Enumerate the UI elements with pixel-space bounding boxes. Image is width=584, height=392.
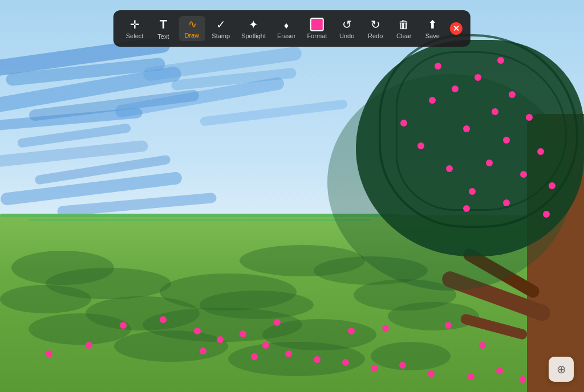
canvas-background[interactable]	[0, 0, 584, 392]
draw-tool[interactable]: ∿ Draw	[179, 16, 205, 41]
grass-blob	[114, 330, 228, 362]
flower-ground	[348, 328, 355, 334]
redo-tool[interactable]: ↻ Redo	[362, 15, 388, 42]
format-color-swatch	[310, 18, 324, 31]
flower	[417, 142, 424, 149]
save-icon: ⬆	[428, 18, 437, 31]
flower	[520, 171, 527, 178]
flower	[503, 137, 510, 144]
flower	[463, 205, 470, 212]
flower	[526, 114, 533, 121]
spotlight-tool[interactable]: ✦ Spotlight	[237, 15, 270, 42]
flower-ground	[468, 373, 474, 380]
draw-label: Draw	[185, 32, 200, 39]
close-button[interactable]: ✕	[450, 22, 463, 35]
stamp-icon: ✓	[216, 18, 226, 31]
flower	[537, 148, 544, 155]
flower	[549, 182, 555, 189]
select-label: Select	[126, 32, 144, 39]
text-tool[interactable]: T Text	[150, 15, 176, 42]
flower-ground	[217, 336, 224, 343]
flower	[474, 74, 481, 81]
tree-branch-3	[460, 313, 529, 340]
undo-icon: ↺	[342, 18, 352, 31]
sky-stroke	[200, 99, 348, 126]
flower-ground	[399, 362, 406, 369]
flower-ground	[274, 319, 281, 326]
eraser-label: Eraser	[277, 32, 295, 39]
format-tool[interactable]: Format	[302, 15, 331, 42]
flower	[492, 108, 498, 115]
clear-tool[interactable]: 🗑 Clear	[391, 15, 417, 42]
flower-ground	[314, 356, 321, 363]
flower-ground	[120, 322, 127, 329]
flower-ground	[285, 350, 292, 357]
spotlight-label: Spotlight	[241, 32, 266, 39]
flower-ground	[342, 359, 349, 366]
flower-ground	[479, 342, 486, 349]
format-label: Format	[307, 32, 327, 39]
flower-ground	[240, 330, 246, 337]
flower-ground	[445, 322, 452, 329]
add-icon: ⊕	[557, 362, 566, 376]
grass-blob	[0, 285, 91, 313]
flower-ground	[46, 350, 52, 357]
save-tool[interactable]: ⬆ Save	[419, 15, 445, 42]
flower-ground	[428, 370, 435, 377]
undo-label: Undo	[339, 32, 354, 39]
eraser-icon: ⬧	[283, 18, 290, 31]
spotlight-icon: ✦	[249, 18, 258, 31]
clear-label: Clear	[396, 32, 411, 39]
flower-ground	[519, 376, 526, 383]
flower-ground	[371, 365, 378, 371]
grass-blob	[29, 313, 131, 345]
horizon-line-2	[29, 219, 371, 221]
flower	[429, 97, 436, 104]
flower	[503, 199, 510, 206]
flower	[463, 125, 470, 132]
flower-ground	[251, 353, 258, 360]
clear-icon: 🗑	[398, 18, 409, 31]
flower-ground	[86, 342, 92, 349]
eraser-tool[interactable]: ⬧ Eraser	[273, 15, 300, 42]
flower	[452, 85, 459, 92]
flower	[486, 160, 493, 166]
flower-ground	[160, 316, 167, 323]
add-button[interactable]: ⊕	[549, 357, 574, 382]
toolbar: ✛ Select T Text ∿ Draw ✓ Stamp ✦ Spotlig…	[113, 10, 471, 47]
flower	[435, 63, 441, 70]
save-label: Save	[425, 32, 440, 39]
flower-ground	[200, 348, 206, 354]
flower-ground	[496, 368, 503, 374]
undo-tool[interactable]: ↺ Undo	[334, 15, 360, 42]
redo-icon: ↻	[371, 18, 380, 31]
flower	[400, 120, 407, 126]
flower	[509, 91, 516, 98]
text-icon: T	[160, 17, 167, 32]
stamp-label: Stamp	[212, 32, 230, 39]
select-icon: ✛	[130, 18, 140, 31]
flower	[469, 188, 476, 195]
flower	[446, 165, 453, 172]
flower-ground	[194, 328, 201, 334]
close-icon: ✕	[453, 24, 460, 32]
flower	[543, 211, 550, 218]
draw-icon: ∿	[188, 18, 196, 31]
redo-label: Redo	[368, 32, 383, 39]
flower-ground	[382, 325, 389, 332]
flower	[497, 57, 504, 64]
grass-blob	[371, 342, 451, 370]
select-tool[interactable]: ✛ Select	[121, 15, 148, 42]
text-label: Text	[157, 33, 169, 40]
flower-ground	[262, 342, 269, 349]
stamp-tool[interactable]: ✓ Stamp	[207, 15, 234, 42]
